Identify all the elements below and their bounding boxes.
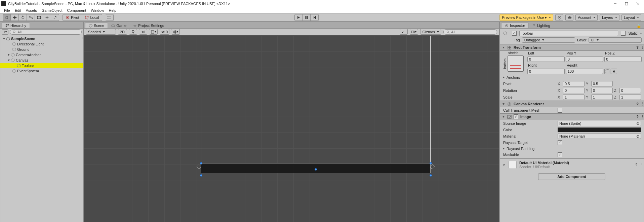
rotate-tool-button[interactable] [19,14,27,21]
help-icon[interactable]: ? [636,115,639,119]
component-menu-button[interactable] [641,115,642,119]
pivot-toggle[interactable]: Pivot [63,14,82,21]
image-header[interactable]: Image ? [500,113,644,120]
menu-assets[interactable]: Assets [24,8,39,13]
tree-row[interactable]: Ground [0,47,83,52]
anchor-handle-icon[interactable] [197,164,201,169]
rot-z-field[interactable]: 0 [619,88,641,93]
menu-help[interactable]: Help [107,8,118,13]
layers-dropdown[interactable]: Layers [600,14,619,21]
pivot-y-field[interactable]: 0.5 [591,81,613,86]
raycast-target-checkbox[interactable] [558,140,562,145]
gizmos-dropdown[interactable]: Gizmos [420,29,441,35]
scale-y-field[interactable]: 1 [591,95,613,100]
maskable-checkbox[interactable] [558,152,562,157]
rect-handle[interactable] [430,162,432,164]
scene-menu-button[interactable] [498,24,499,28]
cloud-button[interactable] [565,14,573,21]
hierarchy-tab[interactable]: Hierarchy [2,23,30,28]
menu-component[interactable]: Component [65,8,88,13]
raw-edit-button[interactable]: R [611,69,617,74]
scene-search[interactable]: All [443,29,497,35]
transform-tool-button[interactable] [43,14,51,21]
static-checkbox[interactable] [621,31,626,36]
foldout-icon[interactable] [7,59,10,62]
tree-row[interactable]: CameraAnchor [0,52,83,58]
object-picker-icon[interactable]: ⊙ [636,134,639,139]
foldout-icon[interactable] [502,46,505,49]
camera-dropdown[interactable]: ▾ [410,29,418,35]
rect-transform-header[interactable]: Rect Transform ? [500,44,644,51]
height-field[interactable]: 100 [566,69,603,74]
scene-menu-button[interactable] [81,37,83,41]
rect-tool-button[interactable] [35,14,43,21]
foldout-icon[interactable] [502,147,505,150]
tools-toggle[interactable] [400,29,408,35]
foldout-icon[interactable] [502,163,506,166]
posz-field[interactable]: 0 [604,57,642,62]
hierarchy-search[interactable]: All [10,29,82,35]
step-button[interactable] [311,14,319,21]
rect-handle[interactable] [315,168,317,171]
image-enabled-checkbox[interactable] [514,114,518,119]
inspector-menu-button[interactable] [643,24,644,28]
anchor-presets-button[interactable] [508,56,524,72]
lock-icon[interactable]: 🔒 [635,24,643,28]
canvas-renderer-header[interactable]: Canvas Renderer ? [500,101,644,107]
rect-handle[interactable] [430,174,432,177]
foldout-icon[interactable] [502,76,505,79]
tree-row-selected[interactable]: Toolbar [0,63,83,68]
tree-row[interactable]: Canvas [0,58,83,63]
help-icon[interactable]: ? [636,102,639,106]
help-icon[interactable]: ? [635,163,637,167]
game-tab[interactable]: Game [108,23,130,28]
left-field[interactable]: 0 [527,57,565,62]
hierarchy-menu-button[interactable] [82,24,83,28]
cull-checkbox[interactable] [558,108,562,113]
object-picker-icon[interactable]: ⊙ [636,121,639,126]
component-menu-button[interactable] [641,102,642,106]
name-field[interactable]: Toolbar [519,31,618,36]
scene-row[interactable]: SampleScene [0,36,83,41]
2d-toggle[interactable]: 2D [118,29,127,35]
hierarchy-create-button[interactable]: +▾ [2,29,8,35]
foldout-icon[interactable] [2,37,6,40]
collab-button[interactable] [555,14,563,21]
material-header[interactable]: Default UI Material (Material) Shader UI… [500,159,644,170]
hidden-objects[interactable]: 0 [160,29,169,35]
hand-tool-button[interactable] [3,14,11,21]
preview-packages-button[interactable]: Preview Packages in Use ▾ [499,14,553,21]
menu-gameobject[interactable]: GameObject [40,8,65,13]
pause-button[interactable] [303,14,311,21]
anchor-handle-icon[interactable] [430,164,435,169]
account-dropdown[interactable]: Account [575,14,598,21]
foldout-icon[interactable] [7,53,10,57]
rot-y-field[interactable]: 0 [591,88,613,93]
inspector-tab[interactable]: Inspector [501,23,529,28]
grid-dropdown[interactable]: ▾ [171,29,180,35]
lighting-toggle[interactable] [129,29,137,35]
project-settings-tab[interactable]: Project Settings [130,23,167,28]
color-field[interactable] [558,127,641,132]
move-tool-button[interactable] [11,14,19,21]
layout-dropdown[interactable]: Layout [621,14,641,21]
pivot-x-field[interactable]: 0.5 [563,81,585,86]
scene-viewport[interactable] [84,35,499,222]
menu-file[interactable]: File [2,8,12,13]
rect-handle[interactable] [200,162,202,164]
fx-dropdown[interactable]: ▾ [149,29,158,35]
scale-tool-button[interactable] [27,14,35,21]
minimize-button[interactable] [610,1,620,7]
blueprint-button[interactable] [604,69,610,74]
play-button[interactable] [294,14,303,21]
foldout-icon[interactable] [502,115,505,118]
active-checkbox[interactable] [512,31,517,36]
menu-window[interactable]: Window [89,8,106,13]
source-image-field[interactable]: None (Sprite)⊙ [558,121,641,126]
snap-button[interactable] [106,14,114,21]
tree-row[interactable]: Directional Light [0,41,83,47]
menu-edit[interactable]: Edit [13,8,23,13]
add-component-button[interactable]: Add Component [538,173,605,180]
audio-toggle[interactable] [139,29,147,35]
static-dropdown-icon[interactable]: ▾ [640,32,642,35]
